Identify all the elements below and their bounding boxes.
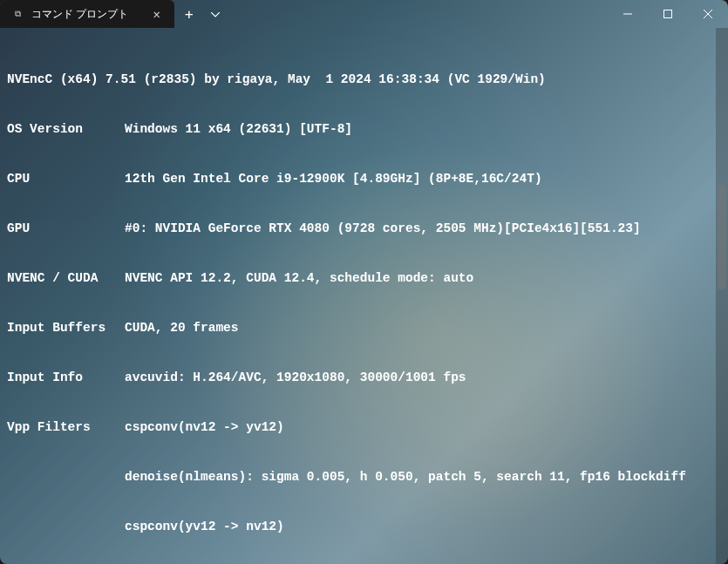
- info-val: cspconv(yv12 -> nv12): [125, 519, 284, 535]
- new-tab-button[interactable]: +: [174, 6, 204, 23]
- scrollbar-thumb[interactable]: [718, 185, 726, 289]
- info-key: Input Buffers: [7, 320, 125, 336]
- info-val: 12th Gen Intel Core i9-12900K [4.89GHz] …: [125, 171, 542, 187]
- info-val: denoise(nlmeans): sigma 0.005, h 0.050, …: [125, 469, 686, 486]
- info-key: [7, 469, 125, 486]
- svg-rect-1: [664, 10, 672, 18]
- info-key: OS Version: [7, 121, 125, 138]
- close-window-button[interactable]: [688, 0, 728, 28]
- info-val: avcuvid: H.264/AVC, 1920x1080, 30000/100…: [125, 370, 466, 386]
- info-val: CUDA, 20 frames: [125, 320, 239, 336]
- info-key: GPU: [7, 221, 125, 237]
- maximize-button[interactable]: [648, 0, 688, 28]
- terminal-output[interactable]: NVEncC (x64) 7.51 (r2835) by rigaya, May…: [0, 28, 728, 564]
- tab-active[interactable]: ⧉ コマンド プロンプト ✕: [0, 0, 174, 28]
- window-controls: [608, 0, 728, 28]
- info-val: cspconv(nv12 -> yv12): [125, 419, 284, 436]
- info-key: [7, 519, 125, 535]
- titlebar[interactable]: ⧉ コマンド プロンプト ✕ +: [0, 0, 728, 28]
- info-key: Input Info: [7, 370, 125, 386]
- info-val: Windows 11 x64 (22631) [UTF-8]: [125, 121, 352, 138]
- cmd-icon: ⧉: [10, 7, 24, 21]
- tab-title: コマンド プロンプト: [31, 7, 143, 22]
- header-line: NVEncC (x64) 7.51 (r2835) by rigaya, May…: [7, 71, 721, 88]
- info-key: NVENC / CUDA: [7, 270, 125, 287]
- info-key: Vpp Filters: [7, 419, 125, 436]
- close-tab-button[interactable]: ✕: [150, 5, 164, 23]
- terminal-window: ⧉ コマンド プロンプト ✕ + NVEncC (x64) 7.51 (r283…: [0, 0, 728, 564]
- minimize-button[interactable]: [608, 0, 648, 28]
- info-val: NVENC API 12.2, CUDA 12.4, schedule mode…: [125, 270, 473, 287]
- info-val: #0: NVIDIA GeForce RTX 4080 (9728 cores,…: [125, 221, 641, 237]
- info-key: CPU: [7, 171, 125, 187]
- scrollbar[interactable]: [716, 28, 728, 564]
- tab-dropdown-button[interactable]: [204, 10, 227, 19]
